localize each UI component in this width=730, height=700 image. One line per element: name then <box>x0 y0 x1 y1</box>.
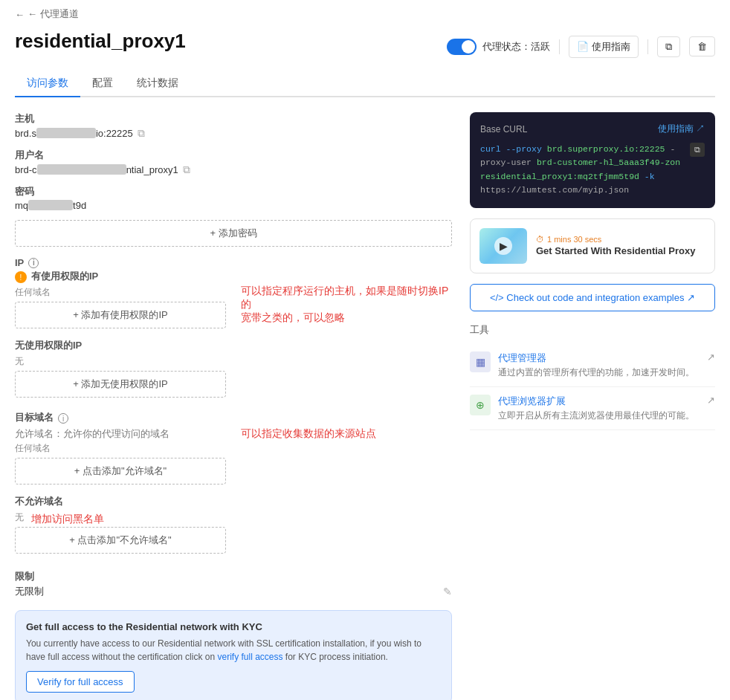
unauthorized-ip-label: 无使用权限的IP <box>15 339 82 352</box>
warning-icon: ! <box>15 271 27 283</box>
back-label: ← 代理通道 <box>28 7 79 21</box>
password-value: mq t9d <box>15 200 86 211</box>
add-disallowed-domain-button[interactable]: + 点击添加"不允许域名" <box>15 527 226 554</box>
tool-manager-desc: 通过内置的管理所有代理的功能，加速开发时间。 <box>498 366 694 379</box>
guide-button[interactable]: 📄 使用指南 <box>569 36 639 58</box>
guide-label: 使用指南 <box>592 40 630 54</box>
host-value: brd.s io:22225 <box>15 128 133 139</box>
target-domain-label: 目标域名 <box>15 411 54 424</box>
tool-browser-name[interactable]: 代理浏览器扩展 <box>498 395 694 408</box>
target-domain-info-icon: i <box>58 413 68 424</box>
kyc-desc: You currently have access to our Residen… <box>26 637 441 664</box>
authorized-ip-label: 有使用权限的IP <box>31 270 98 283</box>
host-label: 主机 <box>15 112 452 126</box>
manager-ext-link-icon[interactable]: ↗ <box>707 351 715 363</box>
verify-button[interactable]: Verify for full access <box>26 671 135 693</box>
curl-code: ⧉ curl --proxy brd.superproxy.io:22225 -… <box>480 143 705 198</box>
delete-button[interactable]: 🗑 <box>689 36 715 56</box>
video-card: ▶ ⏱ 1 mins 30 secs Get Started With Resi… <box>470 218 715 273</box>
back-arrow-icon: ← <box>15 9 25 20</box>
tab-config[interactable]: 配置 <box>80 71 125 97</box>
browser-icon: ⊕ <box>470 395 491 415</box>
add-unauthorized-ip-button[interactable]: + 添加无使用权限的IP <box>15 371 226 398</box>
domain-annotation: 可以指定收集数据的来源站点 <box>241 427 376 439</box>
username-value: brd-c ntial_proxy1 <box>15 164 178 175</box>
kyc-title: Get full access to the Residential netwo… <box>26 621 441 632</box>
tab-stats[interactable]: 统计数据 <box>125 71 190 97</box>
tools-title: 工具 <box>470 323 715 337</box>
base-curl-title: Base CURL <box>480 124 527 135</box>
blacklist-annotation: 增加访问黑名单 <box>31 513 104 526</box>
video-title: Get Started With Residential Proxy <box>536 245 705 256</box>
base-curl-panel: Base CURL 使用指南 ↗ ⧉ curl --proxy brd.supe… <box>470 112 715 208</box>
tab-bar: 访问参数 配置 统计数据 <box>15 71 715 97</box>
proxy-toggle[interactable] <box>447 39 477 55</box>
allowed-domain-label: 允许域名：允许你的代理访问的域名 <box>15 427 226 441</box>
browser-ext-link-icon[interactable]: ↗ <box>707 395 715 406</box>
curl-copy-button[interactable]: ⧉ <box>690 143 705 157</box>
host-copy-icon[interactable]: ⧉ <box>138 127 145 140</box>
trash-icon: 🗑 <box>697 41 707 52</box>
username-copy-icon[interactable]: ⧉ <box>183 163 190 176</box>
back-link[interactable]: ← ← 代理通道 <box>15 7 79 21</box>
ip-annotation: 可以指定程序运行的主机，如果是随时切换IP的宽带之类的，可以忽略 <box>241 285 448 323</box>
manager-icon: ▦ <box>470 351 491 372</box>
tool-manager-name[interactable]: 代理管理器 <box>498 351 694 365</box>
username-label: 用户名 <box>15 149 452 162</box>
edit-limit-icon[interactable]: ✎ <box>443 586 452 597</box>
proxy-status: 代理状态：活跃 <box>447 39 550 55</box>
unauthorized-ip-value: 无 <box>15 355 226 368</box>
authorized-ip-sub: 任何域名 <box>15 286 226 299</box>
allowed-domain-sub: 任何域名 <box>15 442 226 455</box>
tool-item-browser: ⊕ 代理浏览器扩展 立即开启从所有主流浏览器使用最佳代理的可能。 ↗ <box>470 387 715 430</box>
ip-info-icon: i <box>28 258 39 268</box>
password-label: 密码 <box>15 185 452 198</box>
doc-icon: 📄 <box>577 41 589 52</box>
video-duration: ⏱ 1 mins 30 secs <box>536 235 705 244</box>
window-icon: ⧉ <box>665 41 672 53</box>
add-authorized-ip-button[interactable]: + 添加有使用权限的IP <box>15 302 226 328</box>
kyc-verify-link[interactable]: verify full access <box>217 652 282 662</box>
kyc-banner: Get full access to the Residential netwo… <box>15 610 452 700</box>
play-button[interactable]: ▶ <box>494 237 512 255</box>
disallowed-domain-label: 不允许域名 <box>15 495 63 508</box>
proxy-status-label: 代理状态：活跃 <box>482 40 550 54</box>
add-password-button[interactable]: + 添加密码 <box>15 220 452 247</box>
curl-guide-link[interactable]: 使用指南 ↗ <box>658 123 705 135</box>
limit-label: 限制 <box>15 570 452 583</box>
tab-access[interactable]: 访问参数 <box>15 71 80 97</box>
tools-section: 工具 ▦ 代理管理器 通过内置的管理所有代理的功能，加速开发时间。 ↗ ⊕ <box>470 323 715 430</box>
add-allowed-domain-button[interactable]: + 点击添加"允许域名" <box>15 458 226 485</box>
ip-label: IP <box>15 257 24 268</box>
tool-browser-desc: 立即开启从所有主流浏览器使用最佳代理的可能。 <box>498 409 694 422</box>
tool-item-manager: ▦ 代理管理器 通过内置的管理所有代理的功能，加速开发时间。 ↗ <box>470 344 715 387</box>
code-examples-button[interactable]: </> Check out code and integration examp… <box>470 284 715 311</box>
page-title: residential_proxy1 <box>15 30 186 53</box>
video-thumbnail: ▶ <box>479 228 527 264</box>
disallowed-domain-value: 无 <box>15 511 24 524</box>
limit-value: 无限制 <box>15 585 44 598</box>
copy-window-button[interactable]: ⧉ <box>657 36 680 57</box>
